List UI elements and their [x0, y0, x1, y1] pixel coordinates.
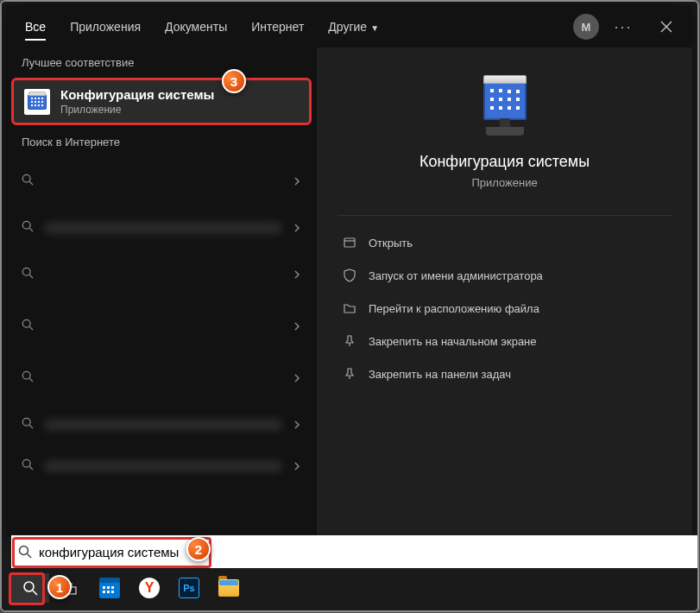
section-best-match: Лучшее соответствие: [6, 47, 317, 76]
search-input[interactable]: [39, 545, 691, 559]
search-icon: [22, 267, 34, 282]
search-icon: [22, 417, 34, 433]
action-pin-taskbar[interactable]: Закрепить на панели задач: [337, 357, 672, 390]
yandex-icon: Y: [139, 578, 160, 598]
chevron-right-icon: [293, 267, 301, 282]
close-icon: [660, 21, 672, 33]
action-open[interactable]: Открыть: [337, 226, 672, 259]
taskbar-photoshop[interactable]: Ps: [170, 573, 208, 603]
chevron-right-icon: [293, 458, 301, 474]
taskbar-explorer[interactable]: [210, 573, 248, 603]
action-label: Перейти к расположению файла: [369, 302, 539, 315]
web-result[interactable]: [6, 446, 317, 487]
svg-point-8: [20, 547, 28, 555]
close-button[interactable]: [647, 9, 685, 44]
web-result[interactable]: [6, 249, 317, 300]
pin-icon: [343, 334, 356, 348]
chevron-right-icon: [293, 417, 301, 433]
chevron-right-icon: [293, 220, 301, 236]
monitor-stand-icon: [479, 118, 531, 136]
web-result[interactable]: [6, 352, 317, 404]
action-open-location[interactable]: Перейти к расположению файла: [337, 292, 672, 325]
filter-tabs: Все Приложения Документы Интернет Другие…: [6, 6, 692, 47]
annotation-badge-3: 3: [222, 69, 246, 93]
calendar-icon: [99, 578, 120, 598]
best-match-text: Конфигурация системы Приложение: [60, 87, 214, 116]
pin-icon: [343, 367, 356, 381]
detail-pane: Конфигурация системы Приложение Открыть …: [317, 47, 692, 537]
annotation-badge-2: 2: [186, 537, 211, 561]
tab-documents[interactable]: Документы: [153, 8, 239, 46]
svg-rect-7: [344, 238, 355, 247]
chevron-right-icon: [293, 319, 301, 334]
tab-all[interactable]: Все: [13, 8, 58, 46]
user-avatar[interactable]: M: [573, 14, 599, 40]
best-match-title: Конфигурация системы: [60, 87, 214, 102]
tab-internet[interactable]: Интернет: [239, 8, 316, 46]
web-result[interactable]: [6, 404, 317, 446]
detail-actions: Открыть Запуск от имени администратора П…: [317, 226, 692, 390]
search-icon: [22, 580, 38, 596]
photoshop-icon: Ps: [179, 578, 199, 598]
folder-icon: [343, 301, 356, 315]
taskbar-search-button[interactable]: [11, 573, 49, 603]
action-label: Закрепить на панели задач: [369, 368, 511, 381]
svg-point-6: [22, 459, 30, 467]
svg-point-3: [22, 319, 30, 327]
svg-point-2: [22, 268, 30, 275]
action-label: Закрепить на начальном экране: [369, 335, 537, 348]
taskbar-calendar[interactable]: [91, 573, 129, 603]
search-icon: [22, 319, 34, 334]
taskbar: Y Ps: [8, 571, 694, 605]
section-web-search: Поиск в Интернете: [6, 127, 317, 155]
svg-point-4: [22, 371, 30, 379]
file-explorer-icon: [218, 579, 239, 597]
annotation-badge-1: 1: [47, 575, 72, 599]
results-content: Лучшее соответствие Конфигурация системы…: [6, 47, 692, 537]
svg-point-9: [24, 582, 34, 591]
action-label: Запуск от имени администратора: [369, 269, 543, 282]
search-icon: [22, 370, 34, 386]
more-options-button[interactable]: ···: [606, 9, 640, 44]
window-frame: Все Приложения Документы Интернет Другие…: [0, 0, 699, 612]
tab-apps[interactable]: Приложения: [58, 8, 153, 46]
detail-app-icon: [483, 82, 527, 120]
search-icon: [22, 174, 34, 189]
detail-title: Конфигурация системы: [317, 153, 692, 171]
divider: [337, 215, 672, 216]
action-run-as-admin[interactable]: Запуск от имени администратора: [337, 259, 672, 292]
msconfig-icon: [24, 89, 50, 115]
action-pin-start[interactable]: Закрепить на начальном экране: [337, 325, 672, 357]
taskbar-yandex[interactable]: Y: [130, 573, 168, 603]
svg-point-0: [22, 174, 30, 182]
web-result[interactable]: [6, 155, 317, 207]
svg-point-1: [22, 221, 30, 229]
action-label: Открыть: [369, 237, 413, 250]
web-result[interactable]: [6, 300, 317, 352]
detail-subtitle: Приложение: [317, 176, 692, 189]
chevron-right-icon: [293, 370, 301, 386]
tab-other-label: Другие: [328, 20, 367, 34]
best-match-result[interactable]: Конфигурация системы Приложение: [11, 78, 312, 125]
search-icon: [18, 545, 32, 559]
svg-point-5: [22, 418, 30, 426]
search-panel: Все Приложения Документы Интернет Другие…: [6, 6, 692, 537]
open-icon: [343, 236, 356, 250]
search-icon: [22, 458, 34, 474]
shield-icon: [343, 269, 356, 282]
best-match-subtitle: Приложение: [60, 104, 214, 116]
web-result[interactable]: [6, 207, 317, 249]
tab-other[interactable]: Другие▼: [316, 8, 391, 46]
results-list: Лучшее соответствие Конфигурация системы…: [6, 47, 317, 537]
chevron-right-icon: [293, 174, 301, 189]
search-icon: [22, 220, 34, 236]
chevron-down-icon: ▼: [370, 23, 379, 33]
search-input-row: [11, 535, 697, 568]
